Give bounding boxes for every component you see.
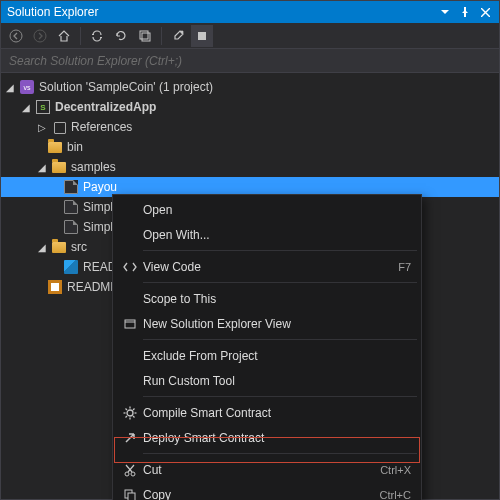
folder-icon — [51, 239, 67, 255]
file-icon — [63, 199, 79, 215]
properties-icon[interactable] — [167, 25, 189, 47]
expand-icon[interactable]: ◢ — [5, 82, 15, 92]
search-input[interactable]: Search Solution Explorer (Ctrl+;) — [1, 49, 499, 73]
menu-item-cut[interactable]: Cut Ctrl+X — [113, 457, 421, 482]
dropdown-icon[interactable] — [437, 4, 453, 20]
close-icon[interactable] — [477, 4, 493, 20]
panel-title: Solution Explorer — [7, 5, 433, 19]
folder-label: src — [71, 240, 87, 254]
svg-rect-5 — [198, 32, 206, 40]
menu-item-run-tool[interactable]: Run Custom Tool — [113, 368, 421, 393]
refresh-icon[interactable] — [110, 25, 132, 47]
solution-icon — [19, 79, 35, 95]
references-label: References — [71, 120, 132, 134]
collapse-all-icon[interactable] — [134, 25, 156, 47]
toolbar-separator — [161, 27, 162, 45]
code-icon — [117, 260, 143, 274]
copy-icon — [117, 488, 143, 501]
back-icon[interactable] — [5, 25, 27, 47]
menu-item-open-with[interactable]: Open With... — [113, 222, 421, 247]
folder-icon — [47, 139, 63, 155]
file-icon — [63, 179, 79, 195]
svg-line-12 — [126, 408, 128, 410]
expand-icon[interactable]: ◢ — [37, 242, 47, 252]
references-icon — [51, 119, 67, 135]
new-view-icon — [117, 317, 143, 331]
menu-item-exclude[interactable]: Exclude From Project — [113, 343, 421, 368]
toolbar — [1, 23, 499, 49]
menu-item-open[interactable]: Open — [113, 197, 421, 222]
svg-line-13 — [133, 416, 135, 418]
forward-icon[interactable] — [29, 25, 51, 47]
svg-point-16 — [125, 472, 129, 476]
menu-separator — [143, 339, 417, 340]
file-label: Payou — [83, 180, 117, 194]
project-icon — [35, 99, 51, 115]
show-all-files-icon[interactable] — [191, 25, 213, 47]
folder-node-bin[interactable]: bin — [1, 137, 499, 157]
panel-titlebar: Solution Explorer — [1, 1, 499, 23]
menu-separator — [143, 282, 417, 283]
menu-item-scope[interactable]: Scope to This — [113, 286, 421, 311]
deploy-icon — [117, 431, 143, 445]
project-node[interactable]: ◢ DecentralizedApp — [1, 97, 499, 117]
expand-icon[interactable]: ▷ — [37, 122, 47, 132]
pin-icon[interactable] — [457, 4, 473, 20]
search-placeholder: Search Solution Explorer (Ctrl+;) — [9, 54, 182, 68]
folder-node-samples[interactable]: ◢ samples — [1, 157, 499, 177]
solution-label: Solution 'SampleCoin' (1 project) — [39, 80, 213, 94]
home-icon[interactable] — [53, 25, 75, 47]
menu-item-new-view[interactable]: New Solution Explorer View — [113, 311, 421, 336]
menu-item-view-code[interactable]: View Code F7 — [113, 254, 421, 279]
svg-line-15 — [126, 416, 128, 418]
folder-label: samples — [71, 160, 116, 174]
menu-item-deploy[interactable]: Deploy Smart Contract — [113, 425, 421, 450]
markdown-icon — [47, 279, 63, 295]
gear-icon — [117, 406, 143, 420]
svg-point-4 — [181, 30, 184, 33]
file-icon — [63, 219, 79, 235]
svg-point-17 — [131, 472, 135, 476]
solution-node[interactable]: ◢ Solution 'SampleCoin' (1 project) — [1, 77, 499, 97]
svg-rect-3 — [142, 33, 150, 41]
markdown-icon — [63, 259, 79, 275]
cut-icon — [117, 463, 143, 477]
svg-point-1 — [34, 30, 46, 42]
sync-icon[interactable] — [86, 25, 108, 47]
folder-icon — [51, 159, 67, 175]
svg-rect-19 — [128, 493, 135, 501]
expand-icon[interactable]: ◢ — [37, 162, 47, 172]
toolbar-separator — [80, 27, 81, 45]
folder-label: bin — [67, 140, 83, 154]
svg-point-0 — [10, 30, 22, 42]
expand-icon[interactable]: ◢ — [21, 102, 31, 112]
menu-item-compile[interactable]: Compile Smart Contract — [113, 400, 421, 425]
file-label: Simpl — [83, 200, 113, 214]
context-menu: Open Open With... View Code F7 Scope to … — [112, 194, 422, 500]
svg-point-7 — [127, 410, 133, 416]
references-node[interactable]: ▷ References — [1, 117, 499, 137]
project-label: DecentralizedApp — [55, 100, 156, 114]
menu-item-copy[interactable]: Copy Ctrl+C — [113, 482, 421, 500]
menu-separator — [143, 453, 417, 454]
svg-rect-6 — [125, 320, 135, 328]
menu-separator — [143, 396, 417, 397]
file-label: Simpl — [83, 220, 113, 234]
svg-rect-2 — [140, 31, 148, 39]
svg-line-14 — [133, 408, 135, 410]
menu-separator — [143, 250, 417, 251]
